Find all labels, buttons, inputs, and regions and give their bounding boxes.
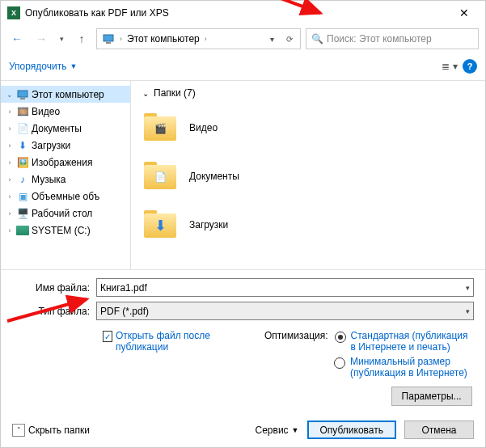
nav-up-button[interactable]: ↑ [72, 29, 91, 49]
download-overlay-icon: ⬇ [152, 218, 168, 233]
filename-label: Имя файла: [12, 282, 90, 294]
radio-minimal-label: Минимальный размер (публикация в Интерне… [350, 356, 471, 378]
params-button[interactable]: Параметры... [391, 387, 472, 406]
chevron-right-icon: › [6, 209, 14, 218]
tree-item-drive-c[interactable]: ›SYSTEM (C:) [1, 222, 130, 239]
checkbox-icon: ✓ [103, 331, 112, 342]
tree-item-label: Загрузки [32, 140, 70, 151]
svg-rect-1 [106, 42, 111, 44]
folder-label: Документы [189, 171, 239, 182]
svg-rect-3 [20, 98, 25, 99]
chevron-right-icon: › [6, 226, 14, 235]
breadcrumb[interactable]: Этот компьютер [124, 33, 203, 44]
cube-icon: ▣ [16, 190, 29, 203]
tree-item-music[interactable]: ›♪Музыка [1, 171, 130, 188]
tree-item-label: Объемные объ [32, 191, 99, 202]
document-icon: 📄 [16, 122, 29, 135]
open-after-checkbox[interactable]: ✓ Открыть файл после публикации [103, 330, 240, 406]
toolbar: Упорядочить ▼ ≣ ▾ ? [1, 53, 485, 81]
pc-icon [102, 32, 115, 45]
tree-item-label: Документы [32, 123, 82, 134]
tree-item-pictures[interactable]: ›🖼️Изображения [1, 154, 130, 171]
navbar: ← → ▾ ↑ › Этот компьютер › ▾ ⟳ 🔍 Поиск: … [1, 25, 485, 53]
chevron-right-icon: › [6, 108, 14, 116]
titlebar: X Опубликовать как PDF или XPS ✕ [1, 1, 485, 25]
chevron-down-icon[interactable]: ▾ [466, 307, 470, 315]
search-placeholder: Поиск: Этот компьютер [327, 33, 432, 44]
chevron-right-icon: › [6, 125, 14, 133]
tree-item-label: SYSTEM (C:) [32, 225, 91, 236]
folders-header[interactable]: ⌄ Папки (7) [142, 87, 474, 99]
folder-item-documents[interactable]: 📄 Документы [142, 154, 474, 199]
download-icon: ⬇ [16, 139, 29, 152]
params-label: Параметры... [402, 391, 462, 402]
tree-item-label: Рабочий стол [32, 208, 92, 219]
address-dropdown-button[interactable]: ▾ [263, 30, 281, 48]
chevron-down-icon: ⌄ [6, 91, 14, 99]
chevron-down-icon: ⌄ [142, 89, 149, 98]
chevron-right-icon: › [6, 158, 14, 167]
organize-menu[interactable]: Упорядочить ▼ [9, 61, 77, 72]
tree-item-downloads[interactable]: ›⬇Загрузки [1, 137, 130, 154]
chevron-right-icon: › [6, 175, 14, 184]
chevron-down-icon[interactable]: ▾ [466, 284, 470, 292]
folder-icon: 📄 [142, 160, 178, 192]
hide-folders-button[interactable]: ˄ Скрыть папки [12, 424, 90, 437]
refresh-button[interactable]: ⟳ [281, 30, 298, 48]
hide-folders-label: Скрыть папки [28, 425, 90, 436]
tree-item-documents[interactable]: ›📄Документы [1, 120, 130, 137]
publish-button[interactable]: Опубликовать [307, 421, 396, 439]
folder-item-downloads[interactable]: ⬇ Загрузки [142, 202, 474, 247]
tree-item-videos[interactable]: ›🎞️Видео [1, 103, 130, 120]
filename-input[interactable]: Книга1.pdf ▾ [96, 278, 474, 297]
cancel-label: Отмена [421, 425, 456, 436]
excel-icon: X [7, 6, 20, 19]
tools-label: Сервис [256, 425, 289, 436]
filetype-label: Тип файла: [12, 306, 90, 317]
address-bar[interactable]: › Этот компьютер › ▾ ⟳ [96, 28, 301, 49]
close-button[interactable]: ✕ [446, 2, 482, 24]
filename-value: Книга1.pdf [100, 282, 147, 294]
tree-item-label: Этот компьютер [32, 89, 104, 100]
nav-forward-button: → [32, 29, 51, 49]
picture-icon: 🖼️ [16, 156, 29, 169]
filetype-select[interactable]: PDF (*.pdf) ▾ [96, 302, 474, 320]
window-title: Опубликовать как PDF или XPS [25, 7, 446, 19]
open-after-label: Открыть файл после публикации [116, 330, 240, 353]
folder-icon: ⬇ [142, 209, 178, 241]
tools-menu[interactable]: Сервис ▼ [256, 425, 299, 436]
tree-item-3d-objects[interactable]: ›▣Объемные объ [1, 188, 130, 205]
radio-standard-label: Стандартная (публикация в Интернете и пе… [351, 330, 472, 353]
folder-label: Загрузки [189, 219, 228, 230]
drive-icon [16, 224, 29, 237]
chevron-down-icon: ▼ [292, 426, 299, 434]
folder-label: Видео [189, 122, 218, 133]
search-input[interactable]: 🔍 Поиск: Этот компьютер [306, 28, 479, 49]
music-icon: ♪ [16, 173, 29, 186]
cancel-button[interactable]: Отмена [404, 421, 474, 439]
radio-standard[interactable] [335, 332, 346, 343]
tree-item-label: Изображения [32, 157, 92, 168]
video-icon: 🎞️ [16, 105, 29, 118]
nav-back-button[interactable]: ← [7, 29, 27, 49]
folder-list: ⌄ Папки (7) 🎬 Видео 📄 Документы ⬇ Загруз… [131, 81, 485, 269]
tree-item-desktop[interactable]: ›🖥️Рабочий стол [1, 205, 130, 222]
radio-minimal[interactable] [334, 357, 345, 369]
document-overlay-icon: 📄 [152, 170, 168, 184]
publish-label: Опубликовать [320, 425, 383, 436]
chevron-right-icon: › [6, 142, 14, 150]
chevron-right-icon: › [118, 35, 124, 43]
help-button[interactable]: ? [463, 59, 477, 74]
folder-item-videos[interactable]: 🎬 Видео [142, 105, 474, 150]
tree-item-label: Видео [32, 106, 60, 117]
chevron-up-icon: ˄ [12, 424, 25, 437]
chevron-right-icon: › [6, 192, 14, 201]
folder-icon: 🎬 [142, 112, 178, 144]
nav-tree: ⌄ Этот компьютер ›🎞️Видео ›📄Документы ›⬇… [1, 81, 131, 269]
svg-rect-0 [104, 35, 113, 41]
pc-icon [16, 88, 29, 101]
view-options-button[interactable]: ≣ ▾ [440, 57, 459, 76]
nav-history-dropdown[interactable]: ▾ [56, 35, 67, 43]
chevron-right-icon: › [203, 35, 209, 43]
tree-item-this-pc[interactable]: ⌄ Этот компьютер [1, 86, 130, 103]
